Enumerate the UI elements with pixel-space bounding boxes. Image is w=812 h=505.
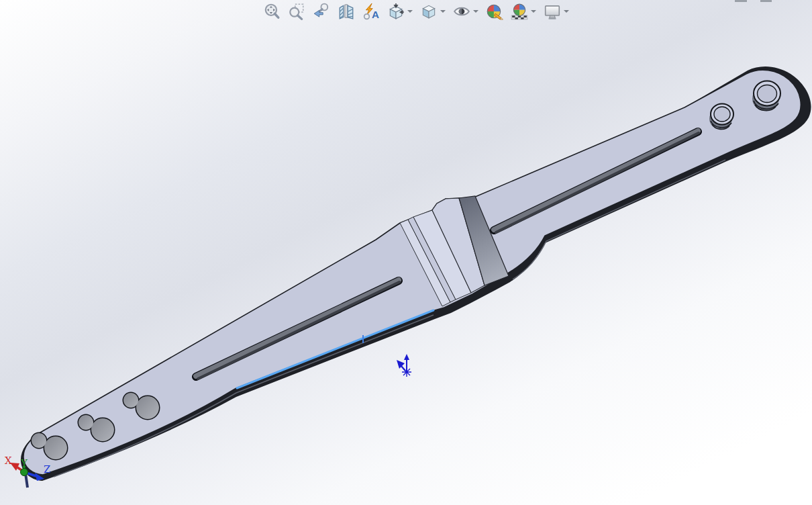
origin-marker[interactable] — [397, 354, 411, 377]
cylindrical-boss-large[interactable] — [752, 81, 780, 111]
triad-y-label: Y — [20, 457, 28, 469]
cylindrical-boss-small[interactable] — [709, 104, 733, 130]
triad-origin-ball — [21, 469, 28, 476]
viewport[interactable]: A — [0, 0, 812, 505]
model-canvas[interactable]: X Y Z — [0, 0, 812, 505]
triad-x-label: X — [5, 455, 12, 467]
triad-z-label: Z — [44, 463, 50, 475]
